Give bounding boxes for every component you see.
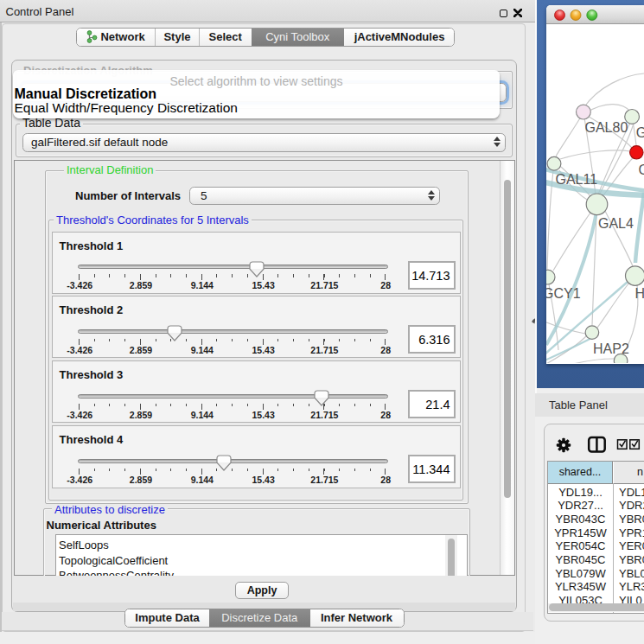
- svg-text:HAP2: HAP2: [593, 341, 629, 356]
- svg-text:C: C: [639, 163, 644, 177]
- svg-text:H: H: [635, 286, 644, 301]
- svg-text:GAL11: GAL11: [556, 172, 598, 187]
- svg-text:GA: GA: [636, 125, 644, 140]
- svg-text:GAL4: GAL4: [598, 216, 634, 231]
- svg-text:GAL80: GAL80: [585, 120, 628, 135]
- svg-text:GCY1: GCY1: [546, 286, 581, 301]
